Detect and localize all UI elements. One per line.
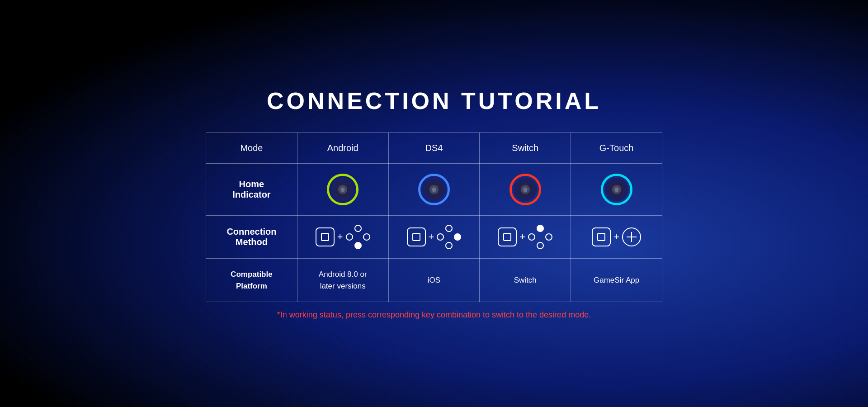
android-platform-cell: Android 8.0 orlater versions — [297, 259, 388, 302]
svg-point-5 — [523, 187, 528, 192]
ds4-platform-cell: iOS — [388, 259, 480, 302]
svg-point-1 — [340, 187, 345, 192]
header-ds4: DS4 — [388, 133, 480, 164]
android-inner-circle — [331, 178, 354, 201]
switch-plus-icon: + — [519, 231, 525, 243]
ds4-cluster-icon — [437, 225, 461, 249]
dot-left — [528, 233, 535, 241]
ds4-logo-icon — [426, 181, 442, 198]
gtouch-plus-icon: + — [613, 231, 619, 243]
dot-top — [445, 225, 453, 232]
switch-connection-cell: + — [480, 216, 571, 259]
gtouch-indicator-cell — [571, 164, 662, 216]
switch-indicator-cell — [480, 164, 571, 216]
dot-bottom — [354, 242, 362, 249]
gtouch-platform-cell: GameSir App — [571, 259, 662, 302]
ds4-inner-circle — [422, 178, 446, 201]
gtouch-btn-inner — [597, 233, 605, 241]
gtouch-conn-method: + — [576, 227, 657, 246]
gtouch-inner-circle — [605, 178, 628, 201]
ds4-conn-method: + — [393, 225, 475, 249]
header-android: Android — [297, 133, 388, 164]
row-label-connection: ConnectionMethod — [206, 216, 297, 259]
home-indicator-row: HomeIndicator — [206, 164, 662, 216]
connection-method-row: ConnectionMethod + — [206, 216, 662, 259]
row-label-home: HomeIndicator — [206, 164, 297, 216]
switch-btn-inner — [503, 233, 511, 241]
dot-bottom — [537, 242, 544, 249]
ds4-indicator-cell — [388, 164, 480, 216]
gtouch-btn-icon — [592, 227, 611, 246]
header-gtouch: G-Touch — [571, 133, 662, 164]
android-btn-inner — [321, 233, 329, 241]
switch-btn-icon — [498, 227, 517, 246]
switch-indicator-circle — [509, 174, 541, 205]
gtouch-connection-cell: + — [571, 216, 662, 259]
switch-conn-method: + — [484, 225, 566, 249]
page-title: CONNECTION TUTORIAL — [267, 87, 601, 114]
android-indicator-circle — [327, 174, 359, 205]
dot-left — [346, 233, 353, 241]
android-plus-icon: + — [337, 231, 343, 243]
android-indicator-cell — [297, 164, 388, 216]
switch-cluster-icon — [528, 225, 552, 249]
switch-platform-cell: Switch — [480, 259, 571, 302]
gtouch-indicator-circle — [601, 174, 632, 205]
switch-inner-circle — [514, 178, 537, 201]
dot-bottom — [445, 242, 453, 249]
compatible-platform-row: CompatiblePlatform Android 8.0 orlater v… — [206, 259, 662, 302]
header-mode: Mode — [206, 133, 297, 164]
footnote-text: *In working status, press corresponding … — [206, 310, 662, 320]
android-connection-cell: + — [297, 216, 388, 259]
gtouch-logo-icon — [609, 181, 625, 198]
ds4-btn-icon — [407, 227, 426, 246]
tutorial-table: Mode Android DS4 Switch G-Touch HomeIndi… — [206, 133, 662, 320]
android-cluster-icon — [346, 225, 370, 249]
svg-point-3 — [432, 187, 436, 192]
dot-right — [363, 233, 370, 241]
svg-point-7 — [614, 187, 619, 192]
ds4-indicator-circle — [418, 174, 450, 205]
switch-logo-icon — [517, 181, 533, 198]
dot-left — [437, 233, 444, 241]
gtouch-cross-icon — [622, 227, 641, 246]
row-label-platform: CompatiblePlatform — [206, 259, 297, 302]
dot-right — [454, 233, 461, 241]
ds4-connection-cell: + — [388, 216, 480, 259]
ds4-plus-icon: + — [429, 231, 434, 243]
dot-right — [545, 233, 552, 241]
dot-top — [354, 225, 362, 232]
dot-top — [537, 225, 544, 232]
header-switch: Switch — [480, 133, 571, 164]
android-conn-method: + — [302, 225, 384, 249]
android-logo-icon — [335, 181, 351, 198]
table-header-row: Mode Android DS4 Switch G-Touch — [206, 133, 662, 164]
ds4-btn-inner — [412, 233, 420, 241]
android-btn-icon — [316, 227, 335, 246]
